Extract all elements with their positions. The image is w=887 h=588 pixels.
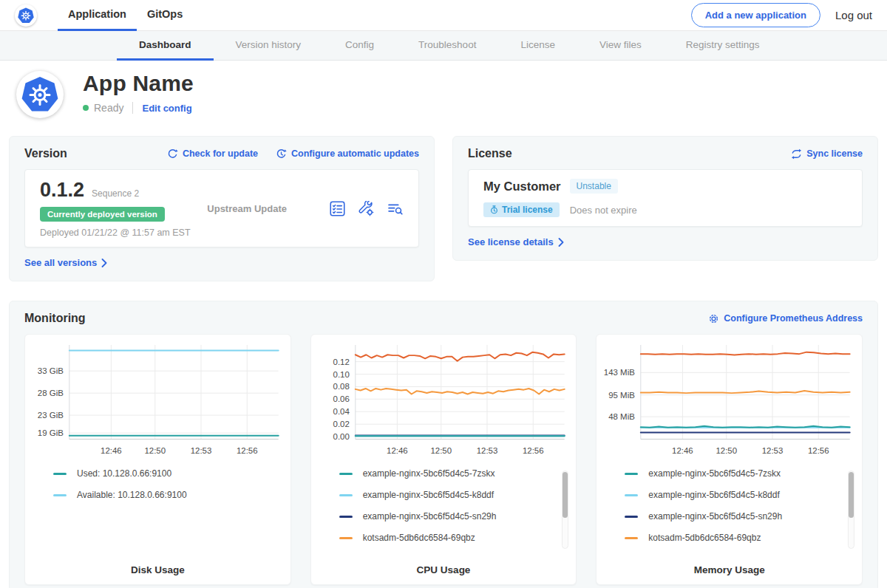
legend-color-dash [53, 494, 67, 496]
app-status-row: Ready Edit config [83, 102, 194, 114]
version-action-icons [330, 201, 404, 216]
monitoring-title: Monitoring [24, 312, 86, 325]
legend-label: example-nginx-5bc6f5d4c5-7zskx [648, 468, 781, 479]
tab-registry-settings[interactable]: Registry settings [664, 31, 782, 61]
legend-item: kotsadm-5db6dc6584-69qbz [625, 533, 856, 543]
legend-item: kotsadm-5db6dc6584-69qbz [339, 533, 571, 543]
legend-item: example-nginx-5bc6f5d4c5-k8ddf [339, 490, 571, 500]
chart-title: CPU Usage [311, 564, 577, 575]
cpu-usage-chart-card: 0.120.100.080.060.040.020.0012:4612:5012… [310, 334, 577, 585]
configure-automatic-updates-label: Configure automatic updates [291, 148, 419, 159]
app-status-text: Ready [94, 102, 123, 114]
see-license-details-link[interactable]: See license details [468, 236, 564, 247]
edit-config-link[interactable]: Edit config [142, 103, 191, 114]
svg-text:95 MiB: 95 MiB [609, 391, 636, 400]
sync-license-link[interactable]: Sync license [791, 148, 863, 160]
svg-text:0.08: 0.08 [333, 382, 349, 391]
trial-license-badge: Trial license [483, 202, 560, 217]
charts-row: 33 GiB28 GiB23 GiB19 GiB12:4612:5012:531… [24, 334, 863, 585]
release-notes-icon[interactable] [330, 201, 345, 216]
logout-button[interactable]: Log out [835, 9, 872, 21]
kubernetes-logo-icon[interactable] [15, 4, 37, 27]
legend-color-dash [339, 494, 353, 496]
legend-scrollbar[interactable] [562, 471, 568, 549]
see-all-versions-link[interactable]: See all versions [24, 257, 107, 268]
deployed-timestamp: Deployed 01/21/22 @ 11:57 am EST [40, 228, 207, 238]
legend-label: example-nginx-5bc6f5d4c5-k8ddf [648, 490, 779, 500]
sync-license-label: Sync license [806, 148, 863, 159]
version-number: 0.1.2 [40, 179, 84, 202]
legend-color-dash [339, 516, 353, 518]
legend-color-dash [339, 473, 353, 475]
svg-text:12:46: 12:46 [101, 446, 122, 455]
svg-text:12:50: 12:50 [144, 446, 166, 455]
svg-text:0.12: 0.12 [333, 358, 349, 366]
kots-dashboard-page: Application GitOps Add a new application… [0, 0, 887, 588]
cpu-usage-plot: 0.120.100.080.060.040.020.0012:4612:5012… [317, 342, 571, 461]
scrollbar-thumb[interactable] [849, 472, 854, 518]
legend-item: example-nginx-5bc6f5d4c5-sn29h [339, 511, 571, 522]
legend-item: example-nginx-5bc6f5d4c5-k8ddf [625, 490, 856, 500]
tab-dashboard[interactable]: Dashboard [117, 31, 214, 61]
channel-badge: Unstable [570, 179, 618, 194]
top-nav: Application GitOps Add a new application… [0, 0, 887, 31]
add-new-application-button[interactable]: Add a new application [691, 3, 820, 27]
tab-application-label: Application [68, 8, 126, 20]
svg-text:48 MiB: 48 MiB [609, 412, 636, 421]
configure-prometheus-link[interactable]: Configure Prometheus Address [708, 313, 863, 324]
license-expiration: Does not expire [570, 205, 637, 216]
legend-item: example-nginx-5bc6f5d4c5-7zskx [625, 468, 856, 479]
see-all-versions-label: See all versions [24, 257, 97, 268]
legend-scrollbar[interactable] [848, 471, 854, 549]
disk-usage-chart-card: 33 GiB28 GiB23 GiB19 GiB12:4612:5012:531… [24, 334, 291, 585]
tab-view-files[interactable]: View files [577, 31, 664, 61]
version-panel-title: Version [24, 147, 67, 160]
tab-application[interactable]: Application [58, 0, 137, 31]
legend-label: example-nginx-5bc6f5d4c5-7zskx [363, 468, 495, 479]
version-sequence: Sequence 2 [92, 188, 139, 199]
tab-license[interactable]: License [498, 31, 577, 61]
license-panel: License Sync license My Customer Unstabl… [452, 136, 878, 261]
memory-usage-legend: example-nginx-5bc6f5d4c5-7zskxexample-ng… [602, 468, 856, 543]
refresh-icon [167, 148, 178, 160]
svg-text:0.00: 0.00 [333, 432, 349, 441]
disk-usage-legend: Used: 10.128.0.66:9100Available: 10.128.… [31, 468, 285, 500]
kubernetes-logo-icon [21, 76, 58, 113]
configure-automatic-updates-link[interactable]: Configure automatic updates [276, 148, 419, 160]
legend-color-dash [625, 473, 638, 475]
svg-text:0.04: 0.04 [333, 407, 350, 416]
tab-config[interactable]: Config [323, 31, 396, 61]
see-license-details-label: See license details [468, 236, 554, 247]
legend-color-dash [339, 537, 353, 539]
svg-text:0.10: 0.10 [333, 370, 349, 379]
tab-troubleshoot[interactable]: Troubleshoot [396, 31, 498, 61]
gear-icon [708, 313, 719, 324]
divider [132, 102, 133, 114]
legend-label: kotsadm-5db6dc6584-69qbz [648, 533, 761, 543]
app-header: App Name Ready Edit config [0, 61, 887, 127]
memory-usage-plot: 143 MiB95 MiB48 MiB12:4612:5012:5312:56 [602, 342, 856, 461]
legend-label: kotsadm-5db6dc6584-69qbz [363, 533, 475, 543]
view-files-icon[interactable] [387, 201, 404, 216]
svg-text:12:53: 12:53 [762, 446, 784, 455]
license-card: My Customer Unstable Trial license Does … [468, 169, 863, 227]
legend-label: example-nginx-5bc6f5d4c5-sn29h [363, 511, 497, 522]
kubernetes-logo-icon [18, 7, 34, 24]
legend-color-dash [625, 537, 638, 539]
config-wrench-icon[interactable] [358, 201, 374, 216]
topnav-tabs: Application GitOps [58, 0, 193, 31]
license-panel-title: License [468, 147, 512, 160]
svg-text:0.02: 0.02 [333, 420, 349, 428]
customer-name: My Customer [483, 180, 561, 194]
schedule-update-icon [276, 148, 287, 160]
license-panel-header: License Sync license [468, 147, 863, 160]
svg-text:12:46: 12:46 [387, 446, 408, 455]
monitoring-panel: Monitoring Configure Prometheus Address … [9, 301, 878, 588]
topnav-right: Add a new application Log out [691, 3, 872, 27]
tab-gitops[interactable]: GitOps [137, 0, 193, 31]
scrollbar-thumb[interactable] [563, 472, 568, 518]
legend-label: Used: 10.128.0.66:9100 [77, 468, 171, 479]
tab-version-history[interactable]: Version history [214, 31, 324, 61]
current-version-card: 0.1.2 Sequence 2 Currently deployed vers… [24, 169, 419, 247]
check-for-update-link[interactable]: Check for update [167, 148, 258, 160]
